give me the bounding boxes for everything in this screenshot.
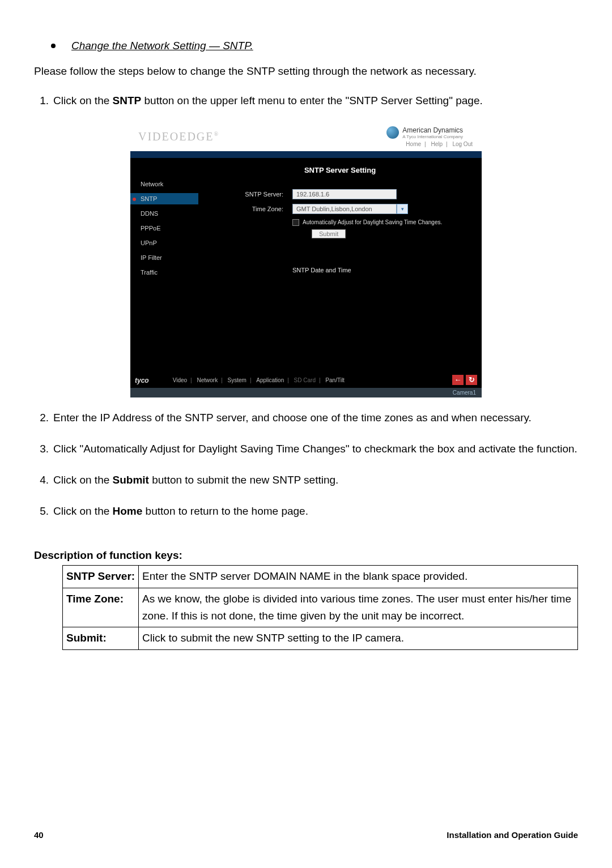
panel-title: SNTP Server Setting [198,166,482,174]
select-time-zone[interactable] [292,204,397,214]
sidebar-item-ddns[interactable]: DDNS [130,208,198,219]
submit-button[interactable]: Submit [312,229,346,238]
header-divider [130,151,482,158]
table-row: Submit: Click to submit the new SNTP set… [63,627,578,649]
sidebar-item-upnp[interactable]: UPnP [130,237,198,249]
brand-name: American Dynamics [402,126,463,134]
step-number: 4. [34,470,53,490]
footer-link-network[interactable]: Network [197,377,218,383]
tyco-logo: tyco [135,377,149,384]
header-brand-block: American Dynamics A Tyco International C… [386,126,476,148]
subsection-title: SNTP Date and Time [292,267,482,273]
page-footer: 40 Installation and Operation Guide [34,830,578,840]
step-2: 2. Enter the IP Address of the SNTP serv… [34,408,578,427]
step-4: 4. Click on the Submit button to submit … [34,470,578,490]
sidebar-item-traffic[interactable]: Traffic [130,267,198,278]
step-bold: Submit [113,474,149,486]
bullet-icon [51,44,56,48]
sidebar-item-network[interactable]: Network [130,178,198,190]
step-text: Enter the IP Address of the SNTP server,… [53,408,578,427]
step-number: 2. [34,408,53,427]
app-header: VIDEOEDGE® American Dynamics A Tyco Inte… [130,122,482,151]
step-bold: Home [113,505,143,517]
videoedge-logo: VIDEOEDGE® [138,130,219,143]
steps-list: 1. Click on the SNTP button on the upper… [34,91,578,110]
row-time-zone: Time Zone: ▾ [198,204,482,214]
sidebar-item-pppoe[interactable]: PPPoE [130,223,198,234]
sidebar-item-ipfilter[interactable]: IP Filter [130,252,198,263]
step-5: 5. Click on the Home button to return to… [34,501,578,521]
table-key: Time Zone: [63,588,139,627]
input-sntp-server[interactable] [292,189,397,199]
section-heading: Change the Network Setting — SNTP. [71,40,253,52]
steps-list-cont: 2. Enter the IP Address of the SNTP serv… [34,408,578,521]
step-number: 1. [34,91,53,110]
row-dst-checkbox: Automatically Adjust for Daylight Saving… [292,219,462,226]
guide-title: Installation and Operation Guide [447,830,578,840]
table-key: SNTP Server: [63,566,139,588]
back-icon[interactable]: ← [452,375,464,385]
table-row: Time Zone: As we know, the globe is divi… [63,588,578,627]
label-sntp-server: SNTP Server: [198,191,292,198]
step-text: button to submit the new SNTP setting. [149,474,338,486]
step-text: Click on the [53,95,113,106]
link-help[interactable]: Help [431,141,443,147]
refresh-icon[interactable]: ↻ [466,375,477,385]
footer-link-pantilt[interactable]: Pan/Tilt [325,377,345,383]
table-value: Click to submit the new SNTP setting to … [139,627,578,649]
step-text: button on the upper left menu to enter t… [141,95,483,106]
chevron-down-icon[interactable]: ▾ [397,204,408,214]
footer-nav: tyco Video| Network| System| Application… [130,373,482,388]
step-text: Click on the [53,474,113,486]
intro-paragraph: Please follow the steps below to change … [34,63,578,79]
page-number: 40 [34,830,44,840]
table-key: Submit: [63,627,139,649]
sidebar: Network SNTP DDNS PPPoE UPnP IP Filter T… [130,158,198,373]
table-value: As we know, the globe is divided into va… [139,588,578,627]
section-heading-line: Change the Network Setting — SNTP. [51,40,578,52]
step-number: 3. [34,439,53,459]
function-keys-heading: Description of function keys: [34,549,578,562]
footer-link-application[interactable]: Application [256,377,284,383]
function-keys-table: SNTP Server: Enter the SNTP server DOMAI… [62,565,578,650]
step-bold: SNTP [113,95,142,106]
globe-icon [386,126,399,139]
main-panel: SNTP Server Setting SNTP Server: Time Zo… [198,158,482,373]
table-value: Enter the SNTP server DOMAIN NAME in the… [139,566,578,588]
footer-link-sdcard[interactable]: SD Card [294,377,316,383]
embedded-screenshot: VIDEOEDGE® American Dynamics A Tyco Inte… [130,122,482,397]
document-page: Change the Network Setting — SNTP. Pleas… [0,0,612,868]
label-time-zone: Time Zone: [198,206,292,212]
step-text: button to return to the home page. [142,505,308,517]
checkbox-dst[interactable] [292,219,299,226]
footer-link-video[interactable]: Video [173,377,187,383]
header-links: Home| Help| Log Out [402,141,476,148]
sidebar-item-sntp[interactable]: SNTP [130,193,198,204]
step-text: Click on the [53,505,113,517]
step-1: 1. Click on the SNTP button on the upper… [34,91,578,110]
app-body: Network SNTP DDNS PPPoE UPnP IP Filter T… [130,158,482,373]
label-dst: Automatically Adjust for Daylight Saving… [303,219,442,226]
camera-label: Camera1 [130,388,482,397]
step-number: 5. [34,501,53,521]
step-3: 3. Click "Automatically Adjust for Dayli… [34,439,578,459]
link-logout[interactable]: Log Out [452,141,473,147]
row-sntp-server: SNTP Server: [198,189,482,199]
table-row: SNTP Server: Enter the SNTP server DOMAI… [63,566,578,588]
footer-link-system[interactable]: System [228,377,246,383]
brand-subtitle: A Tyco International Company [402,134,463,140]
step-text: Click "Automatically Adjust for Daylight… [53,439,578,459]
link-home[interactable]: Home [406,141,421,147]
